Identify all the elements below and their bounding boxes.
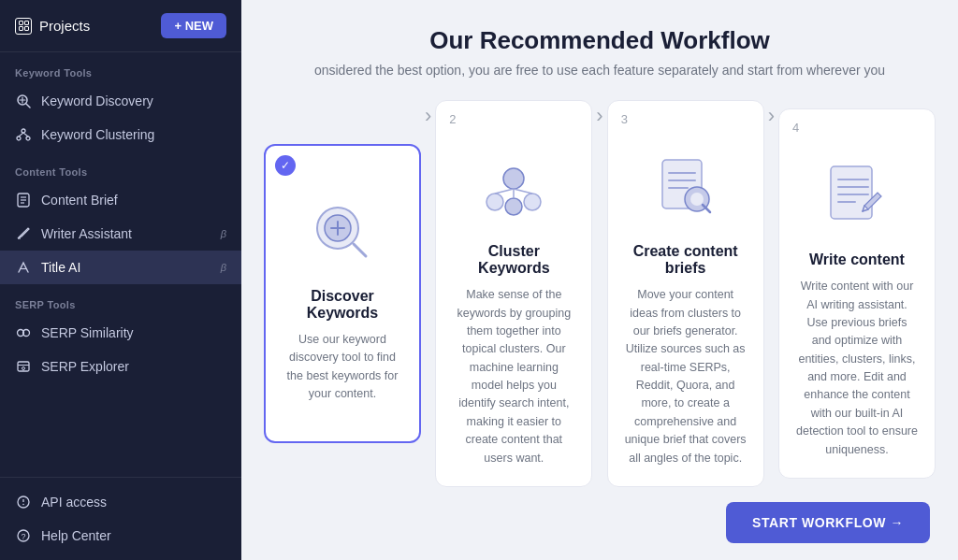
workflow-step-4: 4 Write content Write content with our A [778,104,936,483]
serp-explorer-label: SERP Explorer [41,359,226,374]
svg-point-37 [505,198,522,215]
svg-point-34 [503,168,524,189]
workflow-cards: ✓ Discover Keywords Use our keyword disc… [241,87,958,493]
card-step-num-3: 3 [621,112,628,126]
svg-rect-0 [19,22,22,25]
page-subtitle: onsidered the best option, you are free … [279,63,921,78]
sidebar-item-keyword-clustering[interactable]: Keyword Clustering [0,118,241,151]
card-write: 4 Write content Write content with our A [778,108,936,479]
sidebar-item-keyword-discovery[interactable]: Keyword Discovery [0,84,241,118]
svg-point-10 [26,136,30,140]
card-cluster: 2 Cluster Keywords Make sense of the key… [435,100,592,487]
content-tools-label: Content Tools [0,151,241,183]
svg-point-23 [22,367,25,370]
serp-tools-label: SERP Tools [0,284,241,316]
writer-assistant-icon [15,225,32,242]
title-ai-label: Title AI [41,260,210,275]
keyword-clustering-label: Keyword Clustering [41,127,226,142]
sidebar-header: Projects + NEW [0,0,241,52]
workflow-step-2: 2 Cluster Keywords Make sense of the key… [435,104,592,483]
start-workflow-button[interactable]: START WORKFLOW → [726,502,930,543]
card-step-num-2: 2 [449,112,456,126]
sidebar-item-help-center[interactable]: ? Help Center [0,519,241,553]
card-discover-desc: Use our keyword discovery tool to find t… [283,331,402,404]
svg-point-8 [22,129,25,133]
writer-assistant-label: Writer Assistant [41,226,210,241]
card-cluster-desc: Make sense of the keywords by grouping t… [453,286,574,467]
svg-point-35 [486,194,503,210]
brief-illustration [644,146,728,230]
main-content: Our Recommended Workflow onsidered the b… [241,0,958,560]
svg-point-47 [690,193,704,206]
title-ai-icon [15,259,32,276]
card-check-icon: ✓ [275,155,296,176]
content-brief-icon [15,192,32,208]
help-center-icon: ? [15,527,32,544]
projects-icon [15,18,32,35]
sidebar-item-title-ai[interactable]: Title AI β [0,251,241,284]
workflow-step-3: 3 Create content briefs Move your conten… [607,104,764,483]
card-brief-desc: Move your content ideas from clusters to… [625,286,747,467]
chevron-icon-3: › [768,104,775,483]
api-access-icon [15,494,32,510]
projects-button[interactable]: Projects [15,18,90,35]
card-write-desc: Write content with our AI writing assist… [796,278,918,459]
card-discover-title: Discover Keywords [283,288,402,322]
sidebar-item-serp-explorer[interactable]: SERP Explorer [0,350,241,383]
sidebar-item-content-brief[interactable]: Content Brief [0,183,241,217]
keyword-tools-label: Keyword Tools [0,52,241,84]
svg-line-11 [19,133,23,136]
projects-label: Projects [39,18,90,34]
sidebar-item-serp-similarity[interactable]: SERP Similarity [0,316,241,350]
cluster-illustration [472,146,556,230]
write-illustration [815,154,899,238]
keyword-discovery-icon [15,93,32,109]
writer-assistant-beta: β [221,228,226,239]
page-title: Our Recommended Workflow [279,26,921,55]
help-center-label: Help Center [41,528,226,543]
card-write-title: Write content [809,251,905,268]
serp-similarity-label: SERP Similarity [41,325,226,340]
workflow-step-1: ✓ Discover Keywords Use our keyword disc… [264,104,421,483]
main-title-area: Our Recommended Workflow onsidered the b… [241,0,958,87]
keyword-clustering-icon [15,126,32,143]
sidebar-item-api-access[interactable]: API access [0,485,241,519]
title-ai-beta: β [221,262,226,273]
svg-point-9 [17,136,21,140]
chevron-icon-1: › [425,104,431,483]
svg-line-31 [354,244,366,256]
svg-line-38 [495,189,514,194]
svg-line-12 [23,133,28,136]
sidebar: Projects + NEW Keyword Tools Keyword Dis… [0,0,241,560]
bottom-bar: START WORKFLOW → [241,493,958,560]
serp-similarity-icon [15,324,32,341]
svg-rect-2 [19,27,22,31]
new-button[interactable]: + NEW [161,13,226,38]
serp-explorer-icon [15,358,32,375]
card-brief-title: Create content briefs [625,243,747,277]
chevron-icon-2: › [596,104,602,483]
card-discover: ✓ Discover Keywords Use our keyword disc… [264,144,421,443]
sidebar-item-writer-assistant[interactable]: Writer Assistant β [0,217,241,251]
card-cluster-title: Cluster Keywords [453,243,574,277]
svg-line-39 [514,189,532,194]
keyword-discovery-label: Keyword Discovery [41,93,226,108]
svg-point-26 [22,504,24,506]
api-access-label: API access [41,495,226,510]
svg-rect-3 [24,27,28,31]
svg-text:?: ? [21,532,25,541]
svg-rect-1 [24,22,28,25]
discover-illustration [300,191,385,275]
card-step-num-4: 4 [792,121,799,135]
card-brief: 3 Create content briefs Move your conten… [607,100,764,487]
svg-point-36 [524,194,541,210]
content-brief-label: Content Brief [41,193,226,208]
svg-line-5 [26,104,30,108]
sidebar-bottom: API access ? Help Center [0,477,241,560]
